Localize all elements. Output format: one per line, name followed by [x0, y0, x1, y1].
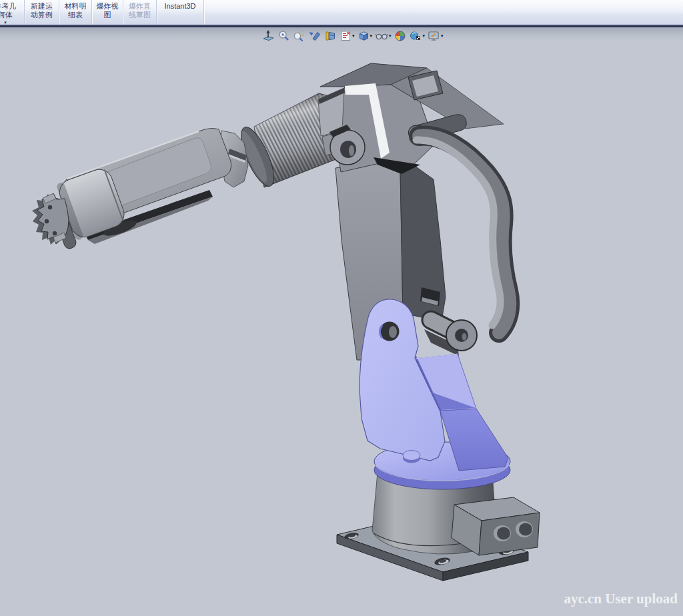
dropdown-arrow-icon[interactable]: ▾ — [352, 33, 355, 39]
view-settings-icon[interactable]: ▾ — [427, 29, 444, 43]
heads-up-view-toolbar: ▾ ▾ ▾ ▾ ▾ — [261, 29, 444, 43]
dropdown-arrow-icon[interactable]: ▾ — [389, 33, 392, 39]
view-orientation-icon[interactable]: ▾ — [339, 29, 355, 43]
normal-to-view-icon[interactable] — [261, 29, 275, 43]
flange-hole — [48, 205, 52, 209]
section-view-icon[interactable] — [323, 29, 337, 43]
previous-view-icon[interactable] — [307, 29, 321, 43]
disc-button — [403, 451, 420, 463]
ribbon-button-bill-of-materials[interactable]: 材料明 细表 — [59, 0, 92, 25]
ribbon-button-instant3d[interactable]: Instant3D — [157, 0, 204, 25]
dropdown-arrow-icon[interactable]: ▾ — [441, 33, 444, 39]
apply-scene-icon[interactable]: ▾ — [409, 29, 426, 43]
display-style-icon[interactable]: ▾ — [357, 29, 373, 43]
side-block — [452, 497, 540, 555]
ribbon-button-explode-line-sketch[interactable]: 爆炸直 线草图 — [123, 0, 157, 25]
command-manager-ribbon: 参考几 何体 ▼ 新建运 动算例 材料明 细表 爆炸视 图 爆炸直 线草图 In… — [0, 0, 683, 25]
edit-appearance-icon[interactable] — [394, 29, 407, 43]
watermark-text: ayc.cn User upload — [564, 591, 678, 607]
flange-hole — [45, 219, 49, 223]
dropdown-arrow-icon[interactable]: ▾ — [423, 33, 426, 39]
ribbon-button-reference-geometry[interactable]: 参考几 何体 ▼ — [0, 0, 25, 25]
zoom-to-area-icon[interactable] — [292, 29, 305, 43]
ribbon-button-new-motion-study[interactable]: 新建运 动算例 — [25, 0, 59, 25]
dropdown-arrow-icon[interactable]: ▾ — [370, 33, 373, 39]
robot-arm-model: ayc.cn User upload — [0, 42, 683, 616]
flange-hole — [53, 231, 57, 235]
block-hole — [494, 525, 511, 541]
hide-show-items-icon[interactable]: ▾ — [374, 29, 392, 43]
graphics-viewport-3d[interactable]: ayc.cn User upload — [0, 42, 683, 616]
ribbon-button-exploded-view[interactable]: 爆炸视 图 — [92, 0, 123, 25]
zoom-to-fit-icon[interactable] — [277, 29, 290, 43]
block-hole — [516, 521, 533, 537]
ribbon-bottom-edge — [0, 25, 683, 27]
